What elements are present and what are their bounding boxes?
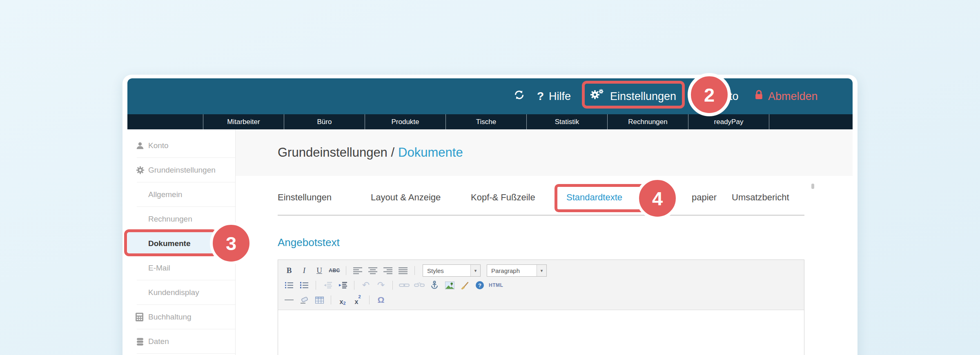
cleanup-button[interactable]	[459, 280, 471, 291]
sidebar-item-buchhaltung[interactable]: Buchhaltung	[127, 305, 235, 329]
sidebar-item-label: E-Mail	[148, 264, 170, 272]
html-source-button[interactable]: HTML	[489, 280, 503, 291]
outdent-button[interactable]	[321, 280, 334, 291]
numbered-list-button[interactable]	[298, 280, 310, 291]
align-right-button[interactable]	[382, 265, 394, 276]
highlight-box-dokumente	[124, 229, 217, 256]
nav-item-buero[interactable]: Büro	[284, 114, 365, 129]
help-menu-item[interactable]: ? Hilfe	[537, 78, 571, 114]
toolbar-separator	[414, 266, 415, 275]
underline-button[interactable]: U	[313, 265, 325, 276]
bold-button[interactable]: B	[283, 265, 295, 276]
sidebar-item-label: Konto	[148, 141, 169, 150]
tab-einstellungen[interactable]: Einstellungen	[278, 191, 332, 204]
nav-spacer	[769, 114, 853, 129]
paragraph-dropdown[interactable]: Paragraph ▾	[487, 264, 547, 277]
highlight-box-standardtexte	[555, 184, 649, 212]
tab-briefpapier[interactable]: papier	[692, 191, 717, 204]
nav-item-tische[interactable]: Tische	[445, 114, 526, 129]
user-icon	[136, 141, 145, 150]
nav-item-produkte[interactable]: Produkte	[365, 114, 445, 129]
scrollbar-thumb[interactable]	[811, 184, 814, 189]
sidebar-item-grundeinstellungen[interactable]: Grundeinstellungen	[127, 158, 235, 182]
settings-content: Grundeinstellungen / Dokumente Einstellu…	[236, 129, 853, 355]
sidebar-item-label: Daten	[148, 337, 169, 346]
styles-dropdown[interactable]: Styles ▾	[423, 264, 481, 277]
justify-button[interactable]	[397, 265, 409, 276]
section-title: Angebotstext	[278, 236, 340, 249]
image-button[interactable]	[443, 280, 456, 291]
horizontal-rule-icon	[285, 300, 294, 300]
lock-icon	[755, 90, 763, 103]
link-button[interactable]	[398, 280, 410, 291]
tab-kopf-fusszeile[interactable]: Kopf-& Fußzeile	[471, 191, 535, 204]
screenshot-canvas: ? Hilfe	[0, 0, 980, 355]
anchor-button[interactable]	[428, 280, 441, 291]
strikethrough-button[interactable]: ABC	[328, 265, 341, 276]
page-title-bar: Grundeinstellungen / Dokumente	[236, 129, 853, 176]
sidebar-item-kundendisplay[interactable]: Kundendisplay	[127, 280, 235, 305]
superscript-mark: 2	[358, 294, 361, 299]
step-badge-4: 4	[636, 177, 679, 220]
tabs-divider	[278, 215, 804, 216]
table-button[interactable]	[313, 294, 325, 306]
nav-item-statistik[interactable]: Statistik	[526, 114, 607, 129]
sidebar-item-label: Allgemein	[148, 190, 182, 199]
toolbar-separator	[316, 281, 316, 290]
help-button[interactable]: ?	[474, 280, 486, 291]
calculator-icon	[136, 313, 143, 322]
toolbar-separator	[354, 281, 354, 290]
superscript-base: x	[354, 298, 358, 306]
refresh-icon	[514, 89, 525, 103]
sidebar-item-label: Buchhaltung	[148, 313, 192, 321]
app-header: ? Hilfe	[127, 78, 853, 114]
align-left-button[interactable]	[352, 265, 364, 276]
subscript-button[interactable]: x2	[336, 294, 349, 306]
step-badge-3: 3	[210, 222, 252, 264]
toolbar-separator	[392, 281, 393, 290]
logout-label: Abmelden	[768, 90, 818, 103]
highlight-box-settings	[582, 81, 685, 109]
refresh-button[interactable]	[514, 78, 525, 114]
undo-button[interactable]: ↶	[360, 280, 372, 291]
editor-toolbar: B I U ABC	[278, 260, 804, 310]
breadcrumb-section: Grundeinstellungen /	[278, 145, 394, 160]
superscript-button[interactable]: x2	[352, 294, 364, 306]
remove-format-button[interactable]	[298, 294, 310, 306]
nav-item-mitarbeiter[interactable]: Mitarbeiter	[203, 114, 284, 129]
sidebar-item-label: Rechnungen	[148, 215, 192, 223]
align-center-button[interactable]	[367, 265, 379, 276]
nav-item-rechnungen[interactable]: Rechnungen	[607, 114, 688, 129]
tab-umsatzbericht[interactable]: Umsatzbericht	[732, 191, 789, 204]
sidebar-item-allgemein[interactable]: Allgemein	[127, 182, 235, 207]
logout-menu-item[interactable]: Abmelden	[755, 78, 818, 114]
bullet-list-button[interactable]	[283, 280, 295, 291]
redo-button[interactable]: ↷	[375, 280, 387, 291]
nav-item-readypay[interactable]: readyPay	[688, 114, 769, 129]
paragraph-dropdown-value: Paragraph	[487, 265, 537, 276]
toolbar-separator	[331, 295, 331, 304]
toolbar-separator	[346, 266, 346, 275]
richtext-editor: B I U ABC	[278, 260, 804, 355]
horizontal-rule-button[interactable]	[283, 294, 295, 306]
question-circle-icon: ?	[476, 281, 484, 289]
nav-spacer	[127, 114, 203, 129]
toolbar-separator	[369, 295, 370, 304]
sidebar-item-label: Grundeinstellungen	[148, 166, 216, 174]
indent-button[interactable]	[336, 280, 349, 291]
italic-button[interactable]: I	[298, 265, 310, 276]
unlink-button[interactable]	[413, 280, 425, 291]
tab-layout-anzeige[interactable]: Layout & Anzeige	[371, 191, 441, 204]
chevron-down-icon: ▾	[537, 265, 546, 276]
editor-text-area[interactable]	[278, 310, 804, 355]
subscript-mark: 2	[343, 301, 345, 306]
styles-dropdown-value: Styles	[423, 265, 470, 276]
special-char-button[interactable]: Ω	[375, 294, 387, 306]
sidebar-item-konto[interactable]: Konto	[127, 133, 235, 158]
breadcrumb-current[interactable]: Dokumente	[398, 145, 463, 160]
subscript-base: x	[339, 298, 343, 306]
gear-icon	[136, 166, 145, 175]
help-label: Hilfe	[549, 90, 571, 103]
sidebar-item-daten[interactable]: Daten	[127, 329, 235, 354]
question-icon: ?	[537, 90, 544, 103]
